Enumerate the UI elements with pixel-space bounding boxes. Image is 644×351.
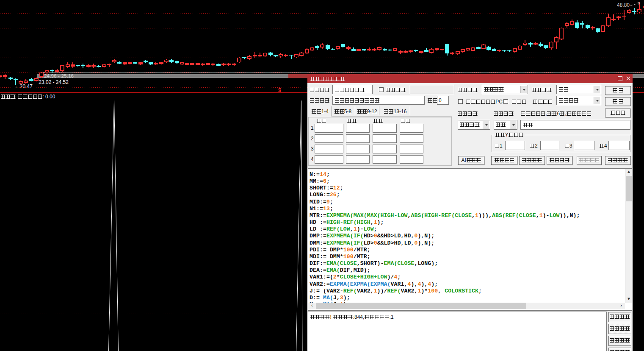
svg-text:24.96 - 25.16: 24.96 - 25.16 [44,73,74,78]
svg-text:←20.47: ←20.47 [14,84,33,89]
svg-text:23.02 - 24.52: 23.02 - 24.52 [39,79,69,85]
svg-text:S: S [278,88,281,93]
svg-text:48.80: 48.80 [617,2,630,8]
